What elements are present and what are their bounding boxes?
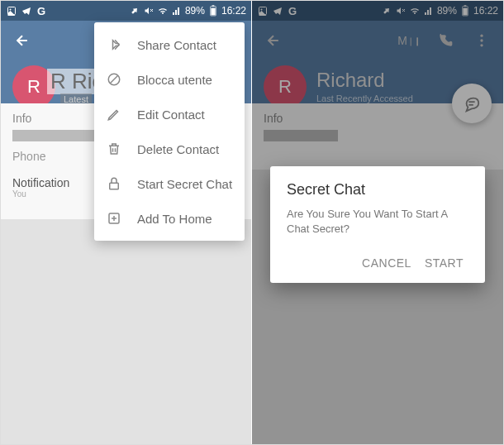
svg-rect-18: [463, 8, 467, 16]
redacted-bar: [264, 130, 338, 141]
svg-point-1: [10, 9, 12, 11]
share-icon: [106, 36, 122, 53]
dialog-text: Are You Sure You Want To Start A Chat Se…: [287, 207, 468, 237]
screen-right: G 89% 16:22 M❘❙: [252, 1, 503, 444]
redacted-bar: [12, 130, 95, 141]
menu-label: Add To Home: [137, 212, 212, 226]
battery-icon: [207, 5, 219, 17]
menu-start-secret-chat[interactable]: Start Secret Chat: [94, 166, 245, 201]
mute-action[interactable]: M❘❙: [394, 26, 424, 55]
svg-point-20: [480, 35, 483, 37]
mute-icon: [143, 5, 155, 17]
svg-point-21: [480, 39, 483, 41]
back-button[interactable]: [7, 26, 37, 55]
g-icon: G: [36, 5, 47, 17]
menu-add-to-home[interactable]: Add To Home: [94, 201, 245, 236]
contact-name: Richard: [316, 69, 385, 92]
menu-label: Delete Contact: [137, 142, 219, 156]
dialog-title: Secret Chat: [287, 181, 468, 199]
image-icon: [6, 5, 17, 17]
menu-edit-contact[interactable]: Edit Contact: [94, 97, 245, 132]
empty-area: [1, 219, 251, 444]
location-icon: [381, 5, 392, 17]
svg-rect-19: [464, 5, 467, 6]
g-icon: G: [287, 5, 298, 17]
battery-icon: [459, 5, 471, 17]
time-text: 16:22: [473, 5, 498, 17]
menu-delete-contact[interactable]: Delete Contact: [94, 132, 245, 166]
menu-label: Start Secret Chat: [137, 177, 232, 191]
context-menu: Share Contact Blocca utente Edit Contact…: [94, 22, 245, 241]
menu-share-contact[interactable]: Share Contact: [94, 27, 245, 62]
image-icon: [257, 5, 269, 17]
time-text: 16:22: [221, 5, 246, 17]
menu-block-user[interactable]: Blocca utente: [94, 62, 245, 97]
avatar[interactable]: R: [264, 65, 307, 108]
statusbar: G 89% 16:22: [1, 1, 251, 21]
secret-chat-dialog: Secret Chat Are You Sure You Want To Sta…: [270, 166, 485, 283]
add-home-icon: [106, 210, 122, 227]
avatar-letter: R: [27, 76, 40, 98]
menu-label: Blocca utente: [137, 73, 212, 87]
trash-icon: [106, 141, 122, 157]
svg-point-22: [480, 44, 483, 46]
cancel-button[interactable]: CANCEL: [357, 251, 416, 275]
signal-icon: [171, 5, 183, 17]
svg-line-8: [111, 76, 118, 84]
avatar-letter: R: [278, 76, 292, 98]
menu-label: Share Contact: [137, 38, 216, 52]
statusbar: G 89% 16:22: [252, 1, 503, 21]
battery-text: 89%: [437, 5, 457, 17]
message-fab[interactable]: [452, 84, 492, 123]
menu-label: Edit Contact: [137, 108, 205, 122]
wifi-icon: [157, 5, 169, 17]
mute-icon: [395, 5, 407, 17]
telegram-icon: [272, 5, 283, 17]
block-icon: [106, 71, 122, 88]
battery-text: 89%: [185, 5, 205, 17]
telegram-icon: [21, 5, 32, 17]
svg-rect-9: [110, 183, 119, 189]
lock-icon: [106, 175, 122, 192]
svg-point-14: [261, 9, 263, 11]
call-button[interactable]: [430, 26, 460, 55]
contact-status: Last Recently Accessed: [316, 93, 413, 103]
screen-left: G 89% 16:22 R R Ricca Latest: [1, 1, 252, 444]
wifi-icon: [409, 5, 421, 17]
svg-rect-6: [212, 5, 215, 6]
svg-rect-5: [211, 8, 215, 16]
start-button[interactable]: START: [420, 251, 468, 275]
more-button[interactable]: [467, 26, 497, 55]
location-icon: [129, 5, 140, 17]
back-button[interactable]: [259, 26, 288, 55]
edit-icon: [106, 106, 122, 122]
signal-icon: [423, 5, 435, 17]
